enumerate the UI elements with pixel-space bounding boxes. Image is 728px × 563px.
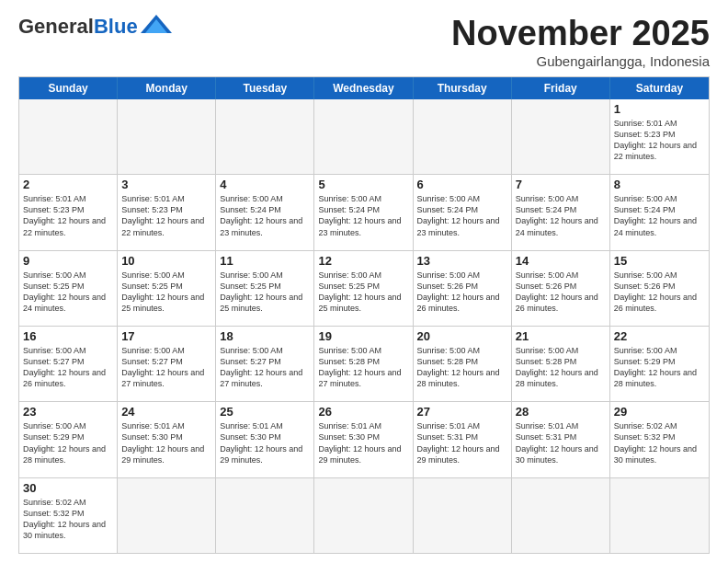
day-cell: 16Sunrise: 5:00 AM Sunset: 5:27 PM Dayli… xyxy=(19,327,118,401)
logo-blue: Blue xyxy=(94,15,138,39)
day-number: 16 xyxy=(23,329,113,343)
day-cell: 2Sunrise: 5:01 AM Sunset: 5:23 PM Daylig… xyxy=(19,175,118,249)
day-number: 2 xyxy=(23,178,113,191)
week-row: 23Sunrise: 5:00 AM Sunset: 5:29 PM Dayli… xyxy=(19,401,709,477)
day-info: Sunrise: 5:00 AM Sunset: 5:26 PM Dayligh… xyxy=(417,270,507,315)
day-number: 5 xyxy=(318,178,408,191)
day-info: Sunrise: 5:00 AM Sunset: 5:24 PM Dayligh… xyxy=(318,193,408,238)
day-cell xyxy=(314,478,413,553)
day-info: Sunrise: 5:00 AM Sunset: 5:28 PM Dayligh… xyxy=(318,345,408,390)
day-number: 29 xyxy=(614,405,705,419)
day-info: Sunrise: 5:00 AM Sunset: 5:24 PM Dayligh… xyxy=(417,193,507,238)
day-info: Sunrise: 5:01 AM Sunset: 5:30 PM Dayligh… xyxy=(220,420,310,465)
day-cell: 18Sunrise: 5:00 AM Sunset: 5:27 PM Dayli… xyxy=(216,327,314,401)
day-info: Sunrise: 5:00 AM Sunset: 5:28 PM Dayligh… xyxy=(516,345,606,390)
day-number: 17 xyxy=(121,329,211,343)
day-cell: 10Sunrise: 5:00 AM Sunset: 5:25 PM Dayli… xyxy=(118,251,216,326)
day-info: Sunrise: 5:02 AM Sunset: 5:32 PM Dayligh… xyxy=(23,497,113,542)
day-info: Sunrise: 5:00 AM Sunset: 5:27 PM Dayligh… xyxy=(23,345,113,390)
day-cell: 12Sunrise: 5:00 AM Sunset: 5:25 PM Dayli… xyxy=(314,251,413,326)
day-number: 22 xyxy=(614,329,705,343)
day-number: 9 xyxy=(23,254,113,268)
day-cell xyxy=(414,99,512,174)
day-number: 6 xyxy=(417,178,507,191)
day-cell: 15Sunrise: 5:00 AM Sunset: 5:26 PM Dayli… xyxy=(610,251,709,326)
day-cell xyxy=(314,99,413,174)
day-cell xyxy=(216,478,314,553)
day-info: Sunrise: 5:01 AM Sunset: 5:31 PM Dayligh… xyxy=(417,420,507,465)
day-cell: 17Sunrise: 5:00 AM Sunset: 5:27 PM Dayli… xyxy=(118,327,216,401)
day-cell xyxy=(610,478,709,553)
month-title: November 2025 xyxy=(451,15,710,53)
day-number: 30 xyxy=(23,481,113,495)
day-info: Sunrise: 5:01 AM Sunset: 5:23 PM Dayligh… xyxy=(23,193,113,238)
day-info: Sunrise: 5:00 AM Sunset: 5:24 PM Dayligh… xyxy=(516,193,606,238)
day-cell: 28Sunrise: 5:01 AM Sunset: 5:31 PM Dayli… xyxy=(512,402,610,477)
day-info: Sunrise: 5:00 AM Sunset: 5:24 PM Dayligh… xyxy=(614,193,705,238)
day-info: Sunrise: 5:00 AM Sunset: 5:25 PM Dayligh… xyxy=(121,270,211,315)
location: Gubengairlangga, Indonesia xyxy=(451,53,710,69)
title-block: November 2025 Gubengairlangga, Indonesia xyxy=(451,15,710,69)
day-info: Sunrise: 5:01 AM Sunset: 5:30 PM Dayligh… xyxy=(121,420,211,465)
day-info: Sunrise: 5:00 AM Sunset: 5:29 PM Dayligh… xyxy=(614,345,705,390)
header: General Blue November 2025 Gubengairlang… xyxy=(18,15,710,69)
day-number: 7 xyxy=(516,178,606,191)
day-cell xyxy=(118,478,216,553)
week-row: 30Sunrise: 5:02 AM Sunset: 5:32 PM Dayli… xyxy=(19,477,709,553)
day-cell xyxy=(512,478,610,553)
day-cell: 23Sunrise: 5:00 AM Sunset: 5:29 PM Dayli… xyxy=(19,402,118,477)
day-header: Thursday xyxy=(414,77,512,99)
day-cell: 7Sunrise: 5:00 AM Sunset: 5:24 PM Daylig… xyxy=(512,175,610,249)
day-info: Sunrise: 5:00 AM Sunset: 5:27 PM Dayligh… xyxy=(121,345,211,390)
day-cell: 13Sunrise: 5:00 AM Sunset: 5:26 PM Dayli… xyxy=(414,251,512,326)
day-cell xyxy=(414,478,512,553)
day-number: 15 xyxy=(614,254,705,268)
day-number: 13 xyxy=(417,254,507,268)
day-cell: 11Sunrise: 5:00 AM Sunset: 5:25 PM Dayli… xyxy=(216,251,314,326)
day-cell: 8Sunrise: 5:00 AM Sunset: 5:24 PM Daylig… xyxy=(610,175,709,249)
day-cell: 20Sunrise: 5:00 AM Sunset: 5:28 PM Dayli… xyxy=(414,327,512,401)
day-number: 10 xyxy=(121,254,211,268)
day-cell: 3Sunrise: 5:01 AM Sunset: 5:23 PM Daylig… xyxy=(118,175,216,249)
day-cell: 30Sunrise: 5:02 AM Sunset: 5:32 PM Dayli… xyxy=(19,478,118,553)
day-info: Sunrise: 5:00 AM Sunset: 5:24 PM Dayligh… xyxy=(220,193,310,238)
day-header: Wednesday xyxy=(314,77,413,99)
logo: General Blue xyxy=(18,15,172,39)
day-cell xyxy=(512,99,610,174)
day-info: Sunrise: 5:00 AM Sunset: 5:29 PM Dayligh… xyxy=(23,420,113,465)
day-cell: 4Sunrise: 5:00 AM Sunset: 5:24 PM Daylig… xyxy=(216,175,314,249)
day-info: Sunrise: 5:01 AM Sunset: 5:30 PM Dayligh… xyxy=(318,420,408,465)
day-header: Sunday xyxy=(19,77,118,99)
weeks: 1Sunrise: 5:01 AM Sunset: 5:23 PM Daylig… xyxy=(19,99,709,553)
day-info: Sunrise: 5:00 AM Sunset: 5:27 PM Dayligh… xyxy=(220,345,310,390)
logo-icon xyxy=(141,15,172,37)
day-cell: 19Sunrise: 5:00 AM Sunset: 5:28 PM Dayli… xyxy=(314,327,413,401)
day-number: 24 xyxy=(121,405,211,419)
page: General Blue November 2025 Gubengairlang… xyxy=(0,0,728,563)
day-cell: 9Sunrise: 5:00 AM Sunset: 5:25 PM Daylig… xyxy=(19,251,118,326)
day-info: Sunrise: 5:00 AM Sunset: 5:25 PM Dayligh… xyxy=(220,270,310,315)
day-info: Sunrise: 5:01 AM Sunset: 5:31 PM Dayligh… xyxy=(516,420,606,465)
day-number: 18 xyxy=(220,329,310,343)
day-headers: SundayMondayTuesdayWednesdayThursdayFrid… xyxy=(19,77,709,99)
week-row: 9Sunrise: 5:00 AM Sunset: 5:25 PM Daylig… xyxy=(19,250,709,326)
day-info: Sunrise: 5:00 AM Sunset: 5:28 PM Dayligh… xyxy=(417,345,507,390)
day-cell: 22Sunrise: 5:00 AM Sunset: 5:29 PM Dayli… xyxy=(610,327,709,401)
day-number: 26 xyxy=(318,405,408,419)
day-cell: 29Sunrise: 5:02 AM Sunset: 5:32 PM Dayli… xyxy=(610,402,709,477)
day-number: 8 xyxy=(614,178,705,191)
day-header: Friday xyxy=(512,77,610,99)
day-cell: 21Sunrise: 5:00 AM Sunset: 5:28 PM Dayli… xyxy=(512,327,610,401)
day-number: 14 xyxy=(516,254,606,268)
day-number: 4 xyxy=(220,178,310,191)
day-cell xyxy=(19,99,118,174)
day-info: Sunrise: 5:00 AM Sunset: 5:26 PM Dayligh… xyxy=(516,270,606,315)
day-cell: 27Sunrise: 5:01 AM Sunset: 5:31 PM Dayli… xyxy=(414,402,512,477)
day-info: Sunrise: 5:01 AM Sunset: 5:23 PM Dayligh… xyxy=(121,193,211,238)
day-cell xyxy=(118,99,216,174)
day-number: 11 xyxy=(220,254,310,268)
day-header: Monday xyxy=(118,77,216,99)
day-cell xyxy=(216,99,314,174)
day-cell: 1Sunrise: 5:01 AM Sunset: 5:23 PM Daylig… xyxy=(610,99,709,174)
day-number: 23 xyxy=(23,405,113,419)
